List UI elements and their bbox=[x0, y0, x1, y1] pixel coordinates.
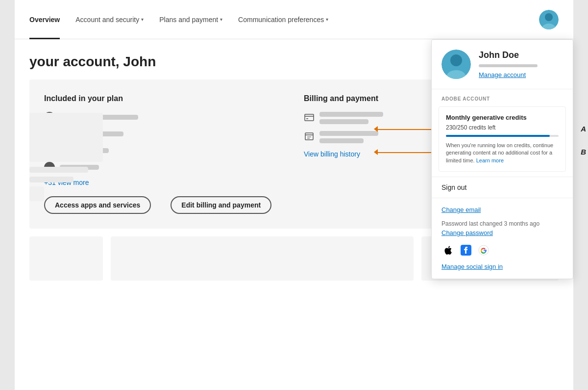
left-skeleton bbox=[29, 113, 103, 205]
nav-plans-payment-label: Plans and payment bbox=[159, 16, 218, 24]
billing-text-line-4 bbox=[319, 138, 364, 143]
credits-box: Monthly generative credits 230/250 credi… bbox=[439, 106, 566, 172]
nav-overview[interactable]: Overview bbox=[29, 0, 68, 39]
left-skel-block-1 bbox=[29, 113, 103, 162]
billing-lines-1 bbox=[319, 112, 383, 124]
comm-prefs-chevron-icon: ▾ bbox=[326, 17, 328, 22]
top-nav: Overview Account and security ▾ Plans an… bbox=[15, 0, 573, 39]
credits-title: Monthly generative credits bbox=[446, 114, 559, 121]
social-icons bbox=[441, 243, 563, 257]
dropdown-credentials-section: Change email Password last changed 3 mon… bbox=[432, 198, 573, 279]
edit-billing-button[interactable]: Edit billing and payment bbox=[171, 196, 271, 214]
credits-learn-more-link[interactable]: Learn more bbox=[476, 157, 504, 163]
plans-payment-chevron-icon: ▾ bbox=[220, 17, 222, 22]
account-security-chevron-icon: ▾ bbox=[141, 17, 144, 22]
credits-bar-fill bbox=[446, 135, 550, 137]
google-icon bbox=[477, 243, 490, 257]
credits-bar-track bbox=[446, 135, 559, 137]
nav-account-security-label: Account and security bbox=[75, 16, 139, 24]
main-wrapper: Overview Account and security ▾ Plans an… bbox=[0, 0, 588, 390]
password-info: Password last changed 3 months ago bbox=[441, 220, 563, 227]
dropdown-panel: John Doe Manage account ADOBE ACCOUNT Mo… bbox=[431, 39, 573, 279]
svg-rect-3 bbox=[305, 114, 314, 121]
bottom-card-1 bbox=[29, 236, 103, 281]
left-skel-circle bbox=[29, 186, 44, 201]
nav-comm-prefs-label: Communication preferences bbox=[238, 16, 324, 24]
dropdown-username: John Doe bbox=[479, 50, 563, 60]
billing-text-line-3 bbox=[319, 131, 378, 136]
svg-point-10 bbox=[450, 54, 462, 66]
included-plan-title: Included in your plan bbox=[44, 94, 284, 103]
bottom-card-2 bbox=[111, 236, 414, 281]
billing-icon-1 bbox=[304, 112, 315, 123]
change-email-link[interactable]: Change email bbox=[441, 206, 563, 213]
left-skel-line-2 bbox=[29, 177, 74, 182]
dropdown-username-bar bbox=[479, 64, 538, 67]
billing-text-line-2 bbox=[319, 119, 368, 124]
nav-account-security[interactable]: Account and security ▾ bbox=[68, 0, 151, 39]
nav-comm-prefs[interactable]: Communication preferences ▾ bbox=[230, 0, 336, 39]
svg-rect-5 bbox=[305, 133, 313, 140]
facebook-icon bbox=[459, 243, 473, 257]
dropdown-signout-section: Sign out bbox=[432, 177, 573, 198]
dropdown-user-section: John Doe Manage account bbox=[432, 40, 573, 89]
user-avatar[interactable] bbox=[539, 10, 559, 29]
signout-button[interactable]: Sign out bbox=[441, 183, 466, 191]
change-password-link[interactable]: Change password bbox=[441, 229, 563, 236]
dropdown-user-info: John Doe Manage account bbox=[479, 50, 563, 79]
billing-lines-2 bbox=[319, 131, 378, 143]
svg-point-1 bbox=[545, 13, 553, 21]
manage-account-link[interactable]: Manage account bbox=[479, 71, 526, 78]
billing-icon-2 bbox=[304, 131, 315, 142]
left-skel-line-1 bbox=[29, 167, 88, 173]
dropdown-avatar bbox=[441, 50, 471, 79]
nav-overview-label: Overview bbox=[29, 16, 60, 24]
credits-note: When you're running low on credits, cont… bbox=[446, 142, 559, 164]
annotation-b-label: B bbox=[581, 148, 586, 156]
annotation-a-label: A bbox=[581, 125, 586, 133]
manage-social-link[interactable]: Manage social sign in bbox=[441, 263, 503, 270]
apple-icon bbox=[441, 243, 455, 257]
credits-count: 230/250 credits left bbox=[446, 124, 559, 131]
dropdown-adobe-section: ADOBE ACCOUNT Monthly generative credits… bbox=[432, 89, 573, 172]
adobe-account-label: ADOBE ACCOUNT bbox=[432, 89, 573, 104]
billing-text-line-1 bbox=[319, 112, 383, 117]
nav-plans-payment[interactable]: Plans and payment ▾ bbox=[151, 0, 230, 39]
